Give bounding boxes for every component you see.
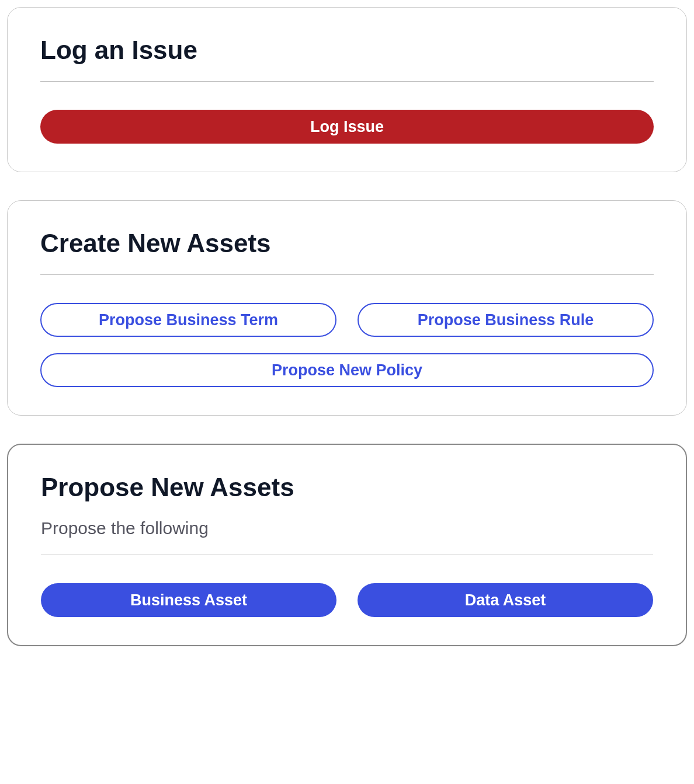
propose-business-term-button[interactable]: Propose Business Term xyxy=(40,303,336,337)
log-issue-card: Log an Issue Log Issue xyxy=(7,7,687,172)
create-new-assets-title: Create New Assets xyxy=(40,229,654,258)
propose-new-assets-subtitle: Propose the following xyxy=(41,518,653,538)
log-issue-title: Log an Issue xyxy=(40,36,654,65)
data-asset-button[interactable]: Data Asset xyxy=(358,583,653,617)
propose-business-rule-button[interactable]: Propose Business Rule xyxy=(358,303,654,337)
create-new-assets-card: Create New Assets Propose Business Term … xyxy=(7,200,687,416)
business-asset-button[interactable]: Business Asset xyxy=(41,583,336,617)
propose-buttons-row-1: Propose Business Term Propose Business R… xyxy=(40,303,654,337)
propose-new-policy-button[interactable]: Propose New Policy xyxy=(40,353,654,387)
asset-buttons-row: Business Asset Data Asset xyxy=(41,583,653,617)
divider xyxy=(40,274,654,275)
propose-new-assets-card: Propose New Assets Propose the following… xyxy=(7,444,687,646)
log-issue-button[interactable]: Log Issue xyxy=(40,110,654,144)
divider xyxy=(40,81,654,82)
divider xyxy=(41,555,653,555)
propose-buttons-row-2: Propose New Policy xyxy=(40,353,654,387)
propose-new-assets-title: Propose New Assets xyxy=(41,473,653,502)
